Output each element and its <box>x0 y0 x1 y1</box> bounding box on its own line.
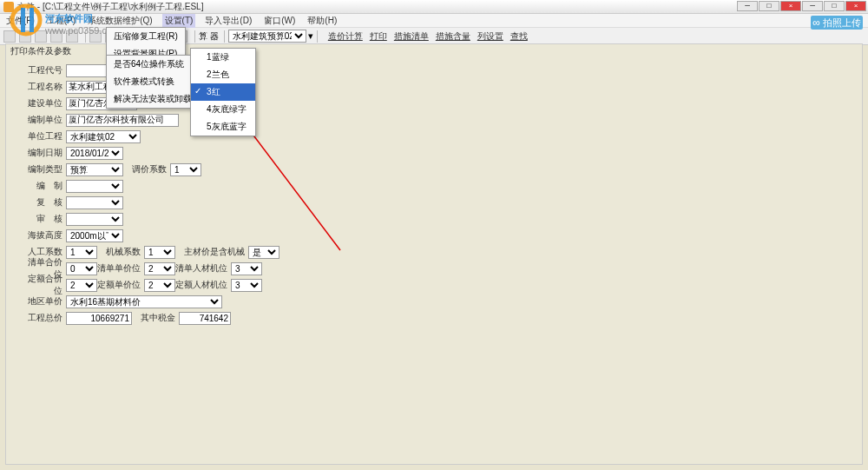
skin-4[interactable]: 4灰底绿字 <box>191 101 255 118</box>
fh-label: 复 核 <box>23 196 62 209</box>
link-calc[interactable]: 造价计算 <box>328 30 363 43</box>
total-label: 工程总价 <box>23 312 62 324</box>
qdr-select[interactable]: 3 <box>231 262 262 275</box>
dq-label: 地区单价 <box>23 295 62 308</box>
qdj-select[interactable]: 0 <box>66 262 97 275</box>
build-label: 建设单位 <box>23 97 62 109</box>
jx-label: 机械系数 <box>97 246 141 258</box>
skin-submenu: 1蓝绿 2兰色 3红 4灰底绿字 5灰底蓝字 <box>190 48 256 136</box>
submenu-compress[interactable]: 压缩修复工程(R) <box>107 28 185 45</box>
separator <box>224 30 225 43</box>
bz-label: 编 制 <box>23 180 62 192</box>
type-select[interactable]: 预算 <box>66 163 123 176</box>
link-measure-qty[interactable]: 措施含量 <box>436 30 470 43</box>
tax-input[interactable] <box>179 312 231 325</box>
tool-icon-2[interactable] <box>19 30 31 43</box>
date-label: 编制日期 <box>23 147 62 159</box>
menu-sysmaint[interactable]: 系统数据维护(Q) <box>85 14 155 28</box>
ded-label: 定额单价位 <box>97 279 141 291</box>
name-label: 工程名称 <box>23 81 62 93</box>
separator <box>317 30 318 43</box>
alt-label: 海拔高度 <box>23 229 62 242</box>
link-measure-list[interactable]: 措施清单 <box>394 30 429 43</box>
qdr-label: 清单人材机位 <box>175 262 227 275</box>
inner-maximize-button[interactable]: □ <box>824 1 845 11</box>
menu-file[interactable]: 文件(F) <box>3 14 37 28</box>
sh-label: 审 核 <box>23 213 62 225</box>
menu-project[interactable]: 工程(P) <box>44 14 78 28</box>
menu-settings[interactable]: 设置(T) <box>162 14 196 28</box>
maximize-button[interactable]: □ <box>759 1 779 11</box>
qdd-select[interactable]: 2 <box>144 262 175 275</box>
tool-icon-3[interactable] <box>35 30 47 43</box>
dq-select[interactable]: 水利16基期材料价 <box>66 295 222 308</box>
compile-label: 编制单位 <box>23 114 62 126</box>
zc-select[interactable]: 是 <box>248 246 279 259</box>
code-label: 工程代号 <box>23 64 62 76</box>
der-select[interactable]: 3 <box>231 279 262 292</box>
sh-select[interactable] <box>66 213 123 226</box>
window-title: 文件 - [C:\工程文件\例子工程\水利例子工程.ESL] <box>17 1 203 13</box>
fh-select[interactable] <box>66 196 123 209</box>
menu-import[interactable]: 导入导出(D) <box>202 14 254 28</box>
tool-icon-6[interactable] <box>89 30 102 43</box>
menubar: 文件(F) 工程(P) 系统数据维护(Q) 设置(T) 导入导出(D) 窗口(W… <box>0 14 868 28</box>
close-button[interactable]: × <box>780 1 801 11</box>
scheme-select[interactable]: 水利建筑预算02 <box>228 30 306 43</box>
date-select[interactable]: 2018/01/24 <box>66 147 123 160</box>
zc-label: 主材价是含机械 <box>175 246 245 258</box>
skin-5[interactable]: 5灰底蓝字 <box>191 118 255 136</box>
tax-label: 其中税金 <box>132 312 175 324</box>
minimize-button[interactable]: ─ <box>737 1 758 11</box>
unit-label: 单位工程 <box>23 130 62 142</box>
der-label: 定额人材机位 <box>175 279 227 291</box>
separator <box>194 30 195 43</box>
coef-select[interactable]: 1 <box>170 163 201 176</box>
link-find[interactable]: 查找 <box>510 30 528 43</box>
tool-icon-5[interactable] <box>66 30 78 43</box>
compile-input[interactable] <box>66 114 179 127</box>
dej-select[interactable]: 2 <box>66 279 97 292</box>
menu-help[interactable]: 帮助(H) <box>305 14 339 28</box>
ded-select[interactable]: 2 <box>144 279 175 292</box>
tool-icon-1[interactable] <box>3 30 16 43</box>
skin-2[interactable]: 2兰色 <box>191 66 255 83</box>
skin-3[interactable]: 3红 <box>191 83 255 101</box>
app-icon <box>3 2 14 12</box>
menu-window[interactable]: 窗口(W) <box>261 14 298 28</box>
unit-select[interactable]: 水利建筑02 <box>66 130 141 143</box>
upload-button[interactable]: 拍照上传 <box>811 16 863 30</box>
inner-close-button[interactable]: × <box>845 1 866 11</box>
coef-label: 调价系数 <box>123 163 167 175</box>
qdd-label: 清单单价位 <box>97 262 141 275</box>
rg-select[interactable]: 1 <box>66 246 97 259</box>
bz-select[interactable] <box>66 180 123 193</box>
tool-icon-4[interactable] <box>50 30 62 43</box>
calc-label: 算 器 <box>199 30 219 43</box>
jx-select[interactable]: 1 <box>144 246 175 259</box>
type-label: 编制类型 <box>23 163 62 175</box>
inner-minimize-button[interactable]: ─ <box>802 1 823 11</box>
skin-1[interactable]: 1蓝绿 <box>191 49 255 66</box>
dej-label: 定额合价位 <box>23 273 62 297</box>
link-col-settings[interactable]: 列设置 <box>477 30 503 43</box>
alt-select[interactable]: 2000m以下 <box>66 229 123 242</box>
link-print[interactable]: 打印 <box>370 30 387 43</box>
total-input[interactable] <box>66 312 132 325</box>
separator <box>85 30 86 43</box>
